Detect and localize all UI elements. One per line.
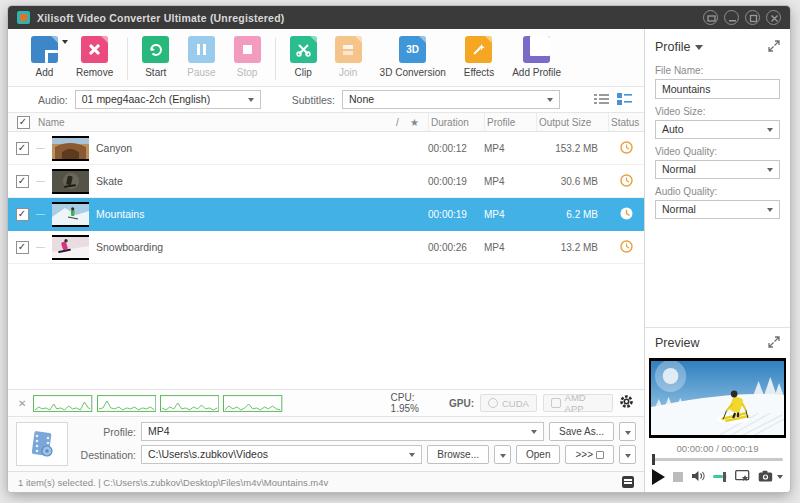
- status-pending-clock-icon: [620, 240, 633, 255]
- stop-button[interactable]: Stop: [225, 36, 270, 78]
- column-status[interactable]: Status: [608, 113, 644, 131]
- browse-button[interactable]: Browse...: [427, 445, 489, 464]
- row-expander: —: [36, 176, 45, 186]
- start-button[interactable]: Start: [133, 36, 178, 78]
- more-dropdown-button[interactable]: [619, 445, 636, 464]
- browse-dropdown-button[interactable]: [494, 445, 511, 464]
- add-button[interactable]: Add: [22, 36, 67, 78]
- remove-button[interactable]: Remove: [67, 36, 122, 78]
- apply-to-all-monitor-icon[interactable]: [735, 468, 750, 486]
- save-as-dropdown-button[interactable]: [619, 422, 636, 441]
- row-checkbox[interactable]: [16, 208, 29, 221]
- list-view-icon[interactable]: [594, 91, 609, 109]
- preview-title: Preview: [655, 336, 699, 350]
- row-name: Skate: [96, 175, 123, 187]
- snapshot-camera-icon[interactable]: [758, 468, 773, 486]
- effects-wand-icon: [465, 36, 492, 63]
- volume-handle[interactable]: [723, 472, 726, 482]
- cpu-meter-close-icon[interactable]: ✕: [18, 398, 26, 409]
- header-checkbox[interactable]: [17, 116, 30, 129]
- column-name[interactable]: Name: [36, 117, 394, 128]
- 3d-conversion-button[interactable]: 3D 3D Conversion: [371, 36, 455, 78]
- expand-panel-icon[interactable]: [768, 38, 780, 56]
- status-pending-clock-icon: [620, 174, 633, 189]
- column-sort[interactable]: /: [394, 117, 408, 128]
- nvidia-icon: [488, 398, 498, 408]
- destination-label: Destination:: [78, 449, 136, 461]
- gear-settings-icon[interactable]: [619, 394, 634, 413]
- floppy-icon: [596, 451, 604, 459]
- subtitles-select[interactable]: None: [342, 90, 560, 109]
- table-row-selected[interactable]: — Mountains 00:00:19 MP4 6.2 MB: [8, 198, 644, 231]
- join-button[interactable]: Join: [326, 36, 371, 78]
- profile-panel-title: Profile: [655, 40, 690, 54]
- stop-playback-button[interactable]: [673, 472, 683, 482]
- column-profile[interactable]: Profile: [484, 113, 536, 131]
- video-thumbnail: [52, 169, 89, 194]
- skin-button[interactable]: [703, 10, 718, 25]
- file-list-empty-area: [8, 264, 644, 389]
- video-size-select[interactable]: Auto: [655, 120, 780, 139]
- system-monitor-bar: ✕ CPU: 1.95% GPU: CUDA AMD APP: [8, 389, 644, 416]
- seek-bar[interactable]: [652, 458, 783, 461]
- thumbnail-view-icon[interactable]: [617, 91, 632, 109]
- more-actions-button[interactable]: >>>: [565, 445, 614, 464]
- join-icon: [335, 36, 362, 63]
- pause-button[interactable]: Pause: [178, 36, 224, 78]
- video-thumbnail: [52, 202, 89, 227]
- pause-icon: [188, 36, 215, 63]
- add-profile-button[interactable]: Add Profile: [503, 36, 570, 78]
- row-expander: —: [36, 242, 45, 252]
- save-as-button[interactable]: Save As...: [549, 422, 614, 441]
- seek-handle[interactable]: [652, 454, 655, 465]
- camera-dropdown-caret[interactable]: [777, 475, 783, 479]
- open-button[interactable]: Open: [516, 445, 560, 464]
- output-settings-panel: Profile: MP4 Save As... Destination: C:\…: [8, 416, 644, 471]
- expand-preview-icon[interactable]: [768, 334, 780, 352]
- volume-icon[interactable]: [691, 468, 705, 486]
- clip-button[interactable]: Clip: [281, 36, 326, 78]
- column-output-size[interactable]: Output Size: [536, 113, 608, 131]
- video-quality-label: Video Quality:: [655, 146, 780, 157]
- log-icon[interactable]: [622, 476, 634, 488]
- status-bar: 1 item(s) selected. | C:\Users\s.zubkov\…: [8, 471, 644, 492]
- cuda-button[interactable]: CUDA: [480, 394, 537, 412]
- row-output-size: 13.2 MB: [536, 242, 608, 253]
- row-duration: 00:00:19: [428, 209, 484, 220]
- gpu-label: GPU:: [449, 398, 474, 409]
- table-row[interactable]: — Snowboarding 00:00:26 MP4 13.2 MB: [8, 231, 644, 264]
- effects-button[interactable]: Effects: [455, 36, 503, 78]
- video-thumbnail: [52, 235, 89, 260]
- close-button[interactable]: [766, 10, 781, 25]
- audio-quality-label: Audio Quality:: [655, 186, 780, 197]
- column-duration[interactable]: Duration: [428, 113, 484, 131]
- row-checkbox[interactable]: [16, 142, 29, 155]
- file-name-input[interactable]: [655, 79, 780, 99]
- stop-icon: [234, 36, 261, 63]
- row-name: Canyon: [96, 142, 132, 154]
- audio-quality-select[interactable]: Normal: [655, 200, 780, 219]
- table-header: Name / ★ Duration Profile Output Size St…: [8, 113, 644, 132]
- destination-select[interactable]: C:\Users\s.zubkov\Videos: [141, 445, 422, 464]
- play-button[interactable]: [652, 469, 665, 485]
- add-icon: [31, 36, 58, 63]
- amd-app-button[interactable]: AMD APP: [543, 394, 613, 412]
- row-name: Mountains: [96, 208, 144, 220]
- audio-track-select[interactable]: 01 mpeg4aac-2ch (English): [75, 90, 261, 109]
- maximize-button[interactable]: [745, 10, 760, 25]
- minimize-button[interactable]: [724, 10, 739, 25]
- table-row[interactable]: — Canyon 00:00:12 MP4 153.2 MB: [8, 132, 644, 165]
- row-checkbox[interactable]: [16, 175, 29, 188]
- row-checkbox[interactable]: [16, 241, 29, 254]
- 3d-conversion-icon: 3D: [399, 36, 426, 63]
- cpu-graph: [97, 395, 156, 412]
- volume-slider[interactable]: [713, 475, 727, 478]
- preview-video-frame[interactable]: [649, 358, 786, 438]
- column-star[interactable]: ★: [408, 117, 428, 128]
- profile-caret-icon[interactable]: [695, 45, 703, 50]
- profile-select[interactable]: MP4: [141, 422, 544, 441]
- table-row[interactable]: — Skate 00:00:19 MP4 30.6 MB: [8, 165, 644, 198]
- profile-label: Profile:: [78, 426, 136, 438]
- row-duration: 00:00:12: [428, 143, 484, 154]
- video-quality-select[interactable]: Normal: [655, 160, 780, 179]
